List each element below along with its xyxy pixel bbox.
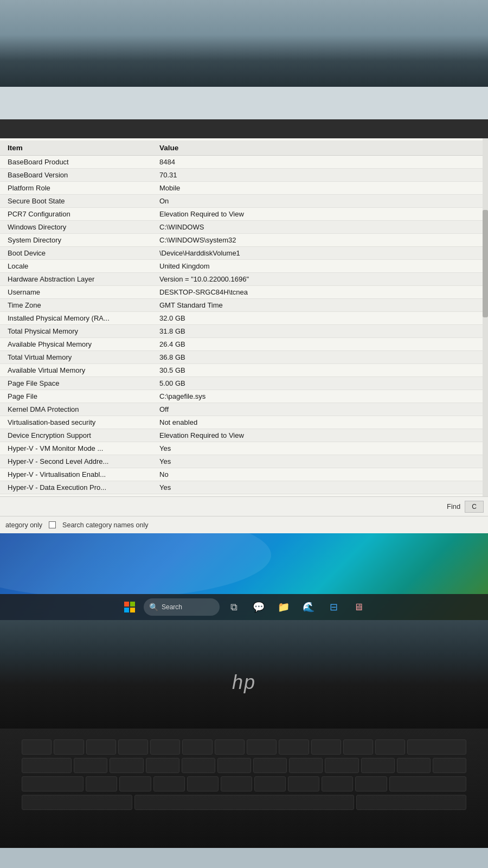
cell-item: Hardware Abstraction Layer [0,273,152,286]
key[interactable] [22,776,84,792]
cell-value: DESKTOP-SRGC84H\tcnea [152,286,488,299]
key-row-3 [22,776,466,792]
cell-item: Boot Device [0,247,152,260]
cell-value: 30.5 GB [152,364,488,377]
key-row-2 [22,758,466,773]
table-row: Platform RoleMobile [0,182,488,195]
table-row: Hyper-V - Data Execution Pro...Yes [0,481,488,494]
key[interactable] [150,739,180,755]
key[interactable] [254,776,286,792]
key[interactable] [86,739,116,755]
edge-button[interactable]: 🌊 [298,596,319,618]
key[interactable] [375,739,405,755]
cell-item: BaseBoard Product [0,156,152,169]
key[interactable] [221,776,252,792]
key[interactable] [74,758,107,773]
key[interactable] [118,739,148,755]
app-button[interactable]: 🖥 [348,596,369,618]
cell-value: C:\pagefile.sys [152,390,488,403]
task-view-button[interactable]: ⧉ [223,596,245,618]
scrollbar-thumb[interactable] [483,210,488,317]
screen-top-gray [0,87,488,119]
desktop-wallpaper: 🔍 Search ⧉ 💬 📁 🌊 ⊟ [0,533,488,620]
key[interactable] [433,758,466,773]
cell-value: C:\WINDOWS [152,221,488,234]
cell-value: Not enabled [152,416,488,429]
cell-item: Total Virtual Memory [0,351,152,364]
cell-item: BaseBoard Version [0,169,152,182]
file-explorer-button[interactable]: 📁 [273,596,294,618]
key[interactable] [407,739,466,755]
key[interactable] [389,776,466,792]
start-button[interactable] [119,596,140,618]
table-row: Hyper-V - Virtualisation Enabl...No [0,468,488,481]
hp-logo: hp [232,671,256,694]
table-row: System DirectoryC:\WINDOWS\system32 [0,234,488,247]
svg-rect-3 [130,608,135,612]
cell-value: Elevation Required to View [152,429,488,442]
key[interactable] [22,739,52,755]
key[interactable] [356,795,467,810]
key[interactable] [279,739,309,755]
taskbar-search[interactable]: 🔍 Search [144,598,220,616]
key[interactable] [182,758,215,773]
column-header-value: Value [152,141,488,156]
key[interactable] [22,758,72,773]
key[interactable] [311,739,341,755]
key[interactable] [153,776,185,792]
key[interactable] [86,776,117,792]
table-row: UsernameDESKTOP-SRGC84H\tcnea [0,286,488,299]
key[interactable] [361,758,395,773]
table-row: PCR7 ConfigurationElevation Required to … [0,208,488,221]
cell-item: Username [0,286,152,299]
key[interactable] [247,739,277,755]
key[interactable] [325,758,358,773]
system-info-table: Item Value BaseBoard Product8484BaseBoar… [0,141,488,494]
key[interactable] [288,776,319,792]
key[interactable] [355,776,387,792]
spacebar-key[interactable] [134,795,354,810]
key[interactable] [22,795,132,810]
key[interactable] [146,758,179,773]
key[interactable] [110,758,143,773]
svg-rect-2 [124,608,129,612]
key[interactable] [397,758,431,773]
table-wrapper: Item Value BaseBoard Product8484BaseBoar… [0,138,488,496]
key[interactable] [322,776,353,792]
teams-chat-button[interactable]: 💬 [248,596,269,618]
key[interactable] [253,758,287,773]
key[interactable] [215,739,245,755]
search-category-checkbox[interactable] [49,521,56,528]
key[interactable] [54,739,84,755]
key[interactable] [182,739,212,755]
key[interactable] [217,758,251,773]
key[interactable] [187,776,219,792]
store-button[interactable]: ⊟ [323,596,344,618]
table-header-row: Item Value [0,141,488,156]
table-row: Page FileC:\pagefile.sys [0,390,488,403]
cell-item: Available Virtual Memory [0,364,152,377]
search-pill-text: Search [162,603,182,611]
table-row: BaseBoard Product8484 [0,156,488,169]
table-row: Device Encryption SupportElevation Requi… [0,429,488,442]
cell-item: Secure Boot State [0,195,152,208]
cell-value: 5.00 GB [152,377,488,390]
cell-item: Kernel DMA Protection [0,403,152,416]
key[interactable] [119,776,151,792]
keyboard-area [0,729,488,848]
svg-rect-1 [130,602,135,607]
category-bar: ategory only Search category names only [0,516,488,533]
table-row: LocaleUnited Kingdom [0,260,488,273]
table-container: Item Value BaseBoard Product8484BaseBoar… [0,138,488,496]
table-row: Total Virtual Memory36.8 GB [0,351,488,364]
cell-value: 26.4 GB [152,338,488,351]
folder-icon: 📁 [278,601,290,613]
find-close-button[interactable]: C [465,501,484,513]
key[interactable] [289,758,323,773]
key[interactable] [343,739,373,755]
cell-value: C:\WINDOWS\system32 [152,234,488,247]
key-row-4 [22,795,466,810]
table-row: Hyper-V - Second Level Addre...Yes [0,455,488,468]
scrollbar[interactable] [483,138,488,496]
cell-value: Yes [152,481,488,494]
